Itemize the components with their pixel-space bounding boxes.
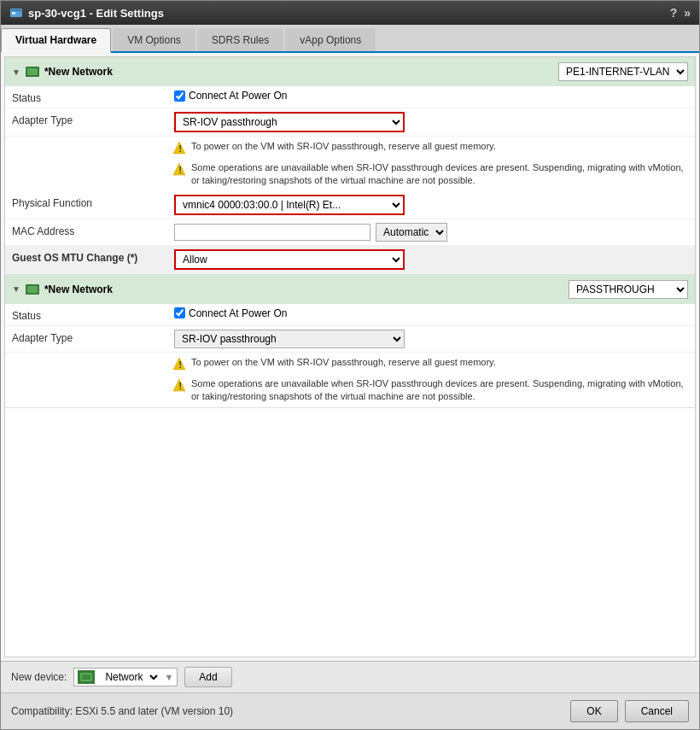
network1-mtu-row: Guest OS MTU Change (*) Allow	[5, 246, 695, 274]
network1-mac-input-row: Automatic	[174, 223, 447, 242]
warning2-icon: !	[172, 162, 186, 176]
new-device-net-icon	[78, 670, 95, 684]
network1-mac-label: MAC Address	[12, 223, 174, 237]
network1-status-row: Status Connect At Power On	[5, 86, 695, 108]
network1-mtu-select[interactable]: Allow	[174, 249, 405, 270]
title-bar: sp-30-vcg1 - Edit Settings ? »	[1, 1, 699, 25]
network1-mac-input[interactable]	[174, 224, 370, 241]
svg-text:!: !	[179, 166, 182, 175]
window-title: sp-30-vcg1 - Edit Settings	[28, 7, 164, 20]
network1-mtu-label: Guest OS MTU Change (*)	[12, 249, 174, 264]
svg-text:!: !	[179, 382, 182, 391]
expand-button[interactable]: »	[684, 6, 691, 20]
network2-select[interactable]: PASSTHROUGH	[569, 280, 688, 299]
network2-warning2: ! Some operations are unavailable when S…	[5, 374, 695, 407]
cancel-button[interactable]: Cancel	[625, 700, 689, 722]
add-device-button[interactable]: Add	[184, 667, 231, 687]
network2-icon	[26, 284, 39, 295]
tab-virtual-hardware[interactable]: Virtual Hardware	[1, 28, 111, 53]
network2-warning2-icon: !	[172, 378, 186, 392]
bottom-bar: Compatibility: ESXi 5.5 and later (VM ve…	[1, 692, 699, 729]
network1-connect-label: Connect At Power On	[189, 90, 287, 102]
new-device-type-select[interactable]: Network	[98, 669, 160, 686]
tab-vm-options[interactable]: VM Options	[113, 28, 195, 51]
help-button[interactable]: ?	[670, 6, 678, 20]
network2-header-label: *New Network	[44, 283, 113, 295]
network1-physical-label: Physical Function	[12, 195, 174, 209]
network1-adapter-select-wrapper: SR-IOV passthrough	[174, 112, 405, 132]
content-area: ▼ *New Network PE1-INTERNET-VLAN Status …	[4, 56, 696, 657]
ok-button[interactable]: OK	[570, 700, 617, 722]
network1-physical-function-row: Physical Function vmnic4 0000:03:00.0 | …	[5, 191, 695, 219]
network2-warning2-text: Some operations are unavailable when SR-…	[191, 377, 688, 404]
footer-dropdown-arrow[interactable]: ▼	[160, 670, 177, 684]
bottom-buttons: OK Cancel	[570, 700, 689, 722]
network2-adapter-select[interactable]: SR-IOV passthrough	[174, 330, 405, 348]
tabs-bar: Virtual Hardware VM Options SDRS Rules v…	[1, 25, 699, 53]
network1-status-checkbox-row: Connect At Power On	[174, 90, 287, 102]
network2-adapter-label: Adapter Type	[12, 330, 174, 344]
network2-connect-checkbox[interactable]	[174, 307, 185, 318]
network1-icon	[26, 67, 39, 77]
network2-connect-label: Connect At Power On	[189, 307, 287, 319]
network2-header: ▼ *New Network PASSTHROUGH	[5, 275, 695, 304]
svg-text:!: !	[179, 144, 182, 154]
svg-text:!: !	[179, 360, 182, 370]
warning1-icon: !	[172, 141, 186, 155]
network1-header: ▼ *New Network PE1-INTERNET-VLAN	[5, 57, 695, 86]
network1-connect-checkbox[interactable]	[174, 91, 185, 102]
network1-adapter-type-row: Adapter Type SR-IOV passthrough	[5, 108, 695, 137]
network1-warning1: ! To power on the VM with SR-IOV passthr…	[5, 137, 695, 158]
network1-collapse-arrow[interactable]: ▼	[12, 67, 20, 77]
svg-rect-12	[82, 675, 90, 680]
svg-rect-1	[11, 9, 21, 11]
network1-status-label: Status	[12, 90, 174, 104]
network2-warning1: ! To power on the VM with SR-IOV passthr…	[5, 353, 695, 374]
network2-status-row: Status Connect At Power On	[5, 304, 695, 326]
network1-adapter-select[interactable]: SR-IOV passthrough	[174, 112, 405, 132]
new-device-label: New device:	[11, 671, 67, 683]
new-device-select-wrapper: Network ▼	[73, 668, 178, 686]
network2-adapter-type-row: Adapter Type SR-IOV passthrough	[5, 326, 695, 353]
network1-header-label: *New Network	[44, 66, 113, 78]
network1-mac-mode-select[interactable]: Automatic	[376, 223, 447, 242]
network1-warning2-text: Some operations are unavailable when SR-…	[191, 161, 688, 188]
network2-status-checkbox-row: Connect At Power On	[174, 307, 287, 319]
window-icon	[9, 6, 23, 20]
network1-physical-select[interactable]: vmnic4 0000:03:00.0 | Intel(R) Et...	[174, 195, 405, 215]
network1-warning2: ! Some operations are unavailable when S…	[5, 158, 695, 191]
tab-sdrs-rules[interactable]: SDRS Rules	[197, 28, 283, 51]
network1-warning1-text: To power on the VM with SR-IOV passthrou…	[191, 140, 688, 153]
network2-status-label: Status	[12, 307, 174, 322]
network1-physical-select-wrapper: vmnic4 0000:03:00.0 | Intel(R) Et...	[174, 195, 405, 215]
tab-vapp-options[interactable]: vApp Options	[285, 28, 376, 51]
network1-mtu-select-wrapper: Allow	[174, 249, 405, 270]
network1-mac-row: MAC Address Automatic	[5, 219, 695, 246]
compatibility-text: Compatibility: ESXi 5.5 and later (VM ve…	[11, 705, 233, 717]
network2-warning1-icon: !	[172, 357, 186, 371]
network1-adapter-label: Adapter Type	[12, 112, 174, 126]
network1-select[interactable]: PE1-INTERNET-VLAN	[558, 62, 688, 81]
network1-section: ▼ *New Network PE1-INTERNET-VLAN Status …	[5, 57, 695, 275]
svg-rect-2	[12, 12, 15, 15]
network2-section: ▼ *New Network PASSTHROUGH Status Connec…	[5, 275, 695, 408]
network2-collapse-arrow[interactable]: ▼	[12, 284, 20, 294]
network2-warning1-text: To power on the VM with SR-IOV passthrou…	[191, 356, 688, 369]
new-device-bar: New device: Network ▼ Add	[1, 661, 699, 692]
